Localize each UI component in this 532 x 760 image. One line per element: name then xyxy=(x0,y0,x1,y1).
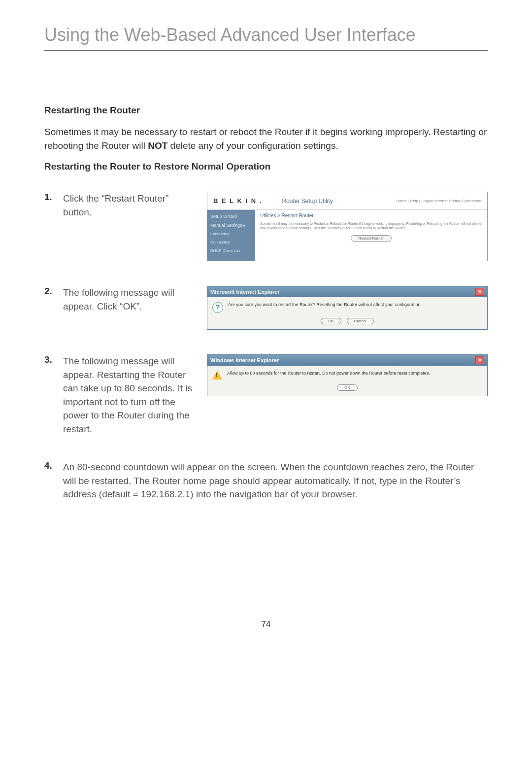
dialog-3-ok-button[interactable]: OK xyxy=(337,384,358,391)
question-icon: ? xyxy=(212,302,223,313)
page-number: 74 xyxy=(44,620,488,629)
utility-title: Router Setup Utility xyxy=(282,198,332,205)
step-1-text: Click the “Restart Router” button. xyxy=(63,192,192,219)
intro-bold-not: NOT xyxy=(148,140,167,151)
sidebar-connection[interactable]: Connection xyxy=(210,240,252,244)
step-1: 1. Click the “Restart Router” button. B … xyxy=(44,192,488,261)
sidebar-dhcp[interactable]: DHCP Client List xyxy=(210,248,252,253)
dialog-2-cancel-button[interactable]: Cancel xyxy=(347,318,374,324)
section-heading-restore: Restarting the Router to Restore Normal … xyxy=(44,161,488,172)
dialog-3-title: Windows Internet Explorer xyxy=(210,357,279,363)
sidebar-lan-setup[interactable]: LAN Setup xyxy=(210,232,252,236)
step-2: 2. The following message will appear. Cl… xyxy=(44,286,488,330)
dialog-3-message: Allow up to 80 seconds for the Router to… xyxy=(227,371,430,377)
utility-sidebar: Setup Wizard Manual Settings ▸ LAN Setup… xyxy=(207,210,255,261)
step-2-text: The following message will appear. Click… xyxy=(63,286,192,313)
belkin-logo: B E L K I N . xyxy=(213,197,262,205)
intro-paragraph: Sometimes it may be necessary to restart… xyxy=(44,125,488,152)
step-1-number: 1. xyxy=(44,192,63,203)
utility-header-links: Home | Help | Logout Internet Status: Co… xyxy=(396,199,481,203)
dialog-2-message: Are you sure you want to restart the Rou… xyxy=(228,302,422,308)
sidebar-setup-wizard[interactable]: Setup Wizard xyxy=(210,214,252,219)
warning-icon xyxy=(212,371,222,380)
close-icon[interactable]: ✕ xyxy=(475,356,484,364)
step-4-text: An 80-second countdown will appear on th… xyxy=(63,460,488,501)
screenshot-dialog-confirm: Microsoft Internet Explorer ✕ ? Are you … xyxy=(207,286,488,330)
step-4-number: 4. xyxy=(44,460,63,471)
step-4: 4. An 80-second countdown will appear on… xyxy=(44,460,488,501)
utility-description: Sometimes it may be necessary to Restart… xyxy=(260,221,482,230)
screenshot-dialog-wait: Windows Internet Explorer ✕ Allow up to … xyxy=(207,354,488,396)
sidebar-manual-settings[interactable]: Manual Settings ▸ xyxy=(210,223,252,228)
step-2-number: 2. xyxy=(44,286,63,297)
step-3-number: 3. xyxy=(44,354,63,365)
dialog-2-ok-button[interactable]: OK xyxy=(321,318,341,324)
restart-router-button[interactable]: Restart Router xyxy=(351,235,391,242)
step-3-text: The following message will appear. Resta… xyxy=(63,354,192,436)
page-title: Using the Web-Based Advanced User Interf… xyxy=(44,25,488,51)
step-3: 3. The following message will appear. Re… xyxy=(44,354,488,436)
section-heading-restarting: Restarting the Router xyxy=(44,105,488,116)
dialog-2-title: Microsoft Internet Explorer xyxy=(210,289,280,295)
breadcrumb: Utilities > Restart Router xyxy=(260,213,482,218)
close-icon[interactable]: ✕ xyxy=(475,288,484,296)
screenshot-router-utility: B E L K I N . Router Setup Utility Home … xyxy=(207,192,488,261)
intro-text-suffix: delete any of your configuration setting… xyxy=(167,140,338,151)
